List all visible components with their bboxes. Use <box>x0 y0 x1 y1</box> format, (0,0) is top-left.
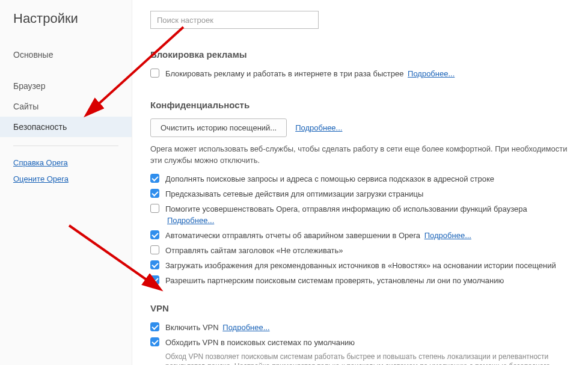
checkbox-privacy-4[interactable] <box>150 245 159 254</box>
privacy-description: Opera может использовать веб-службы, что… <box>150 143 575 166</box>
link-privacy-opt2-more[interactable]: Подробнее... <box>167 216 214 225</box>
checkbox-privacy-0[interactable] <box>150 174 159 183</box>
section-heading-privacy: Конфиденциальность <box>150 100 575 110</box>
label-privacy-1: Предсказывать сетевые действия для оптим… <box>165 188 423 200</box>
sidebar-link-help[interactable]: Справка Opera <box>0 155 132 171</box>
clear-history-button[interactable]: Очистить историю посещений... <box>150 118 287 137</box>
sidebar-item-browser[interactable]: Браузер <box>0 76 132 96</box>
sidebar-link-rate[interactable]: Оцените Opera <box>0 171 132 187</box>
checkbox-privacy-6[interactable] <box>150 275 159 284</box>
sidebar: Настройки Основные Браузер Сайты Безопас… <box>0 0 132 365</box>
vpn-bypass-description: Обход VPN позволяет поисковым системам р… <box>165 352 575 365</box>
label-privacy-6: Разрешить партнерским поисковым системам… <box>165 275 504 286</box>
section-privacy: Конфиденциальность Очистить историю посе… <box>150 100 575 286</box>
sidebar-divider <box>13 146 118 146</box>
page-title: Настройки <box>0 11 132 44</box>
link-privacy-opt3-more[interactable]: Подробнее... <box>424 231 471 240</box>
section-heading-vpn: VPN <box>150 303 575 313</box>
checkbox-privacy-5[interactable] <box>150 260 159 269</box>
label-privacy-2: Помогите усовершенствовать Opera, отправ… <box>165 203 575 226</box>
link-privacy-more[interactable]: Подробнее... <box>295 123 342 132</box>
label-privacy-0: Дополнять поисковые запросы и адреса с п… <box>165 173 494 185</box>
sidebar-item-security[interactable]: Безопасность <box>0 117 132 137</box>
link-adblock-more[interactable]: Подробнее... <box>408 69 455 78</box>
label-enable-vpn: Включить VPN Подробнее... <box>165 322 270 333</box>
sidebar-item-sites[interactable]: Сайты <box>0 96 132 117</box>
section-heading-adblock: Блокировка рекламы <box>150 49 575 60</box>
label-vpn-bypass: Обходить VPN в поисковых системах по умо… <box>165 337 355 348</box>
label-block-ads: Блокировать рекламу и работать в интерне… <box>165 68 455 79</box>
sidebar-item-basic[interactable]: Основные <box>0 44 132 65</box>
label-privacy-5: Загружать изображения для рекомендованны… <box>165 260 556 271</box>
link-vpn-more[interactable]: Подробнее... <box>222 323 269 332</box>
checkbox-privacy-1[interactable] <box>150 189 159 198</box>
checkbox-block-ads[interactable] <box>150 69 159 78</box>
search-input[interactable] <box>150 11 319 29</box>
checkbox-enable-vpn[interactable] <box>150 322 159 331</box>
checkbox-privacy-3[interactable] <box>150 230 159 239</box>
main-content: Блокировка рекламы Блокировать рекламу и… <box>132 0 588 365</box>
label-privacy-3: Автоматически отправлять отчеты об авари… <box>165 230 471 241</box>
label-privacy-4: Отправлять сайтам заголовок «Не отслежив… <box>165 245 343 256</box>
checkbox-privacy-2[interactable] <box>150 204 159 213</box>
section-vpn: VPN Включить VPN Подробнее... Обходить V… <box>150 303 575 365</box>
checkbox-vpn-bypass[interactable] <box>150 337 159 346</box>
section-adblock: Блокировка рекламы Блокировать рекламу и… <box>150 49 575 79</box>
